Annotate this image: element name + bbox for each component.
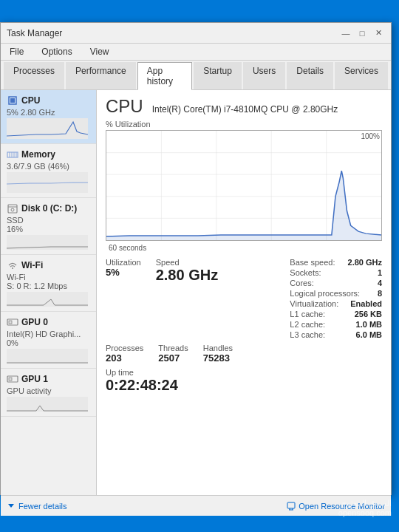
close-button[interactable]: ✕ bbox=[372, 27, 385, 39]
tab-services[interactable]: Services bbox=[335, 62, 388, 89]
tab-details[interactable]: Details bbox=[287, 62, 333, 89]
cpu-content-pane: CPU Intel(R) Core(TM) i7-4810MQ CPU @ 2.… bbox=[97, 90, 391, 495]
threads-value: 2507 bbox=[158, 352, 188, 364]
uptime-value: 0:22:48:24 bbox=[106, 377, 382, 394]
stat-basespeed: Base speed: 2.80 GHz bbox=[290, 258, 382, 267]
gpu1-icon bbox=[7, 373, 18, 385]
cpu-panel-title: CPU bbox=[106, 96, 143, 117]
sidebar: CPU 5% 2.80 GHz Memory bbox=[1, 90, 97, 495]
cpu-mini-graph bbox=[7, 118, 88, 139]
svg-rect-18 bbox=[9, 378, 12, 381]
graph-time: 60 seconds bbox=[106, 244, 382, 252]
gpu0-mini-graph bbox=[7, 349, 88, 364]
svg-rect-13 bbox=[7, 292, 88, 307]
gpu1-mini-graph bbox=[7, 397, 88, 412]
monitor-icon bbox=[287, 502, 296, 511]
svg-point-10 bbox=[11, 208, 14, 211]
wifi-sub2: S: 0 R: 1.2 Mbps bbox=[7, 282, 90, 290]
stat-l1: L1 cache: 256 KB bbox=[290, 310, 382, 318]
svg-rect-30 bbox=[287, 502, 295, 508]
menu-view[interactable]: View bbox=[84, 45, 115, 58]
menu-options[interactable]: Options bbox=[35, 45, 78, 58]
utilization-stat-label: Utilization bbox=[106, 258, 141, 267]
gpu1-sub2: GPU activity bbox=[7, 386, 90, 395]
disk0-sub2: 16% bbox=[7, 225, 90, 233]
gpu0-sub2: 0% bbox=[7, 338, 90, 347]
cpu-model: Intel(R) Core(TM) i7-4810MQ CPU @ 2.80GH… bbox=[152, 104, 338, 115]
stat-threads: Threads 2507 bbox=[158, 344, 188, 364]
speed-stat-label: Speed bbox=[156, 258, 218, 267]
window-controls: — □ ✕ bbox=[339, 27, 385, 39]
stat-utilization: Utilization 5% bbox=[106, 258, 141, 339]
bottom-bar: Fewer details Open Resource Monitor bbox=[1, 495, 391, 516]
handles-label: Handles bbox=[203, 344, 233, 352]
svg-rect-15 bbox=[9, 321, 12, 324]
svg-rect-16 bbox=[7, 349, 88, 364]
svg-rect-1 bbox=[10, 98, 15, 103]
stat-handles: Handles 75283 bbox=[203, 344, 233, 364]
gpu1-label: GPU 1 bbox=[21, 374, 48, 384]
threads-label: Threads bbox=[158, 344, 188, 352]
sidebar-item-cpu[interactable]: CPU 5% 2.80 GHz bbox=[1, 90, 96, 144]
svg-marker-28 bbox=[106, 171, 381, 240]
svg-marker-29 bbox=[8, 504, 14, 508]
main-content: CPU 5% 2.80 GHz Memory bbox=[1, 90, 391, 495]
utilization-stat-value: 5% bbox=[106, 267, 141, 278]
graph-percent: 100% bbox=[361, 132, 380, 140]
cpu-graph: 100% bbox=[106, 130, 382, 241]
wifi-sub1: Wi-Fi bbox=[7, 273, 90, 282]
uptime-label: Up time bbox=[106, 368, 382, 377]
cpu-graph-svg bbox=[106, 131, 381, 240]
tab-processes[interactable]: Processes bbox=[4, 62, 64, 89]
wifi-label: Wi-Fi bbox=[21, 260, 43, 270]
window-title: Task Manager bbox=[7, 28, 62, 38]
right-stats: Base speed: 2.80 GHz Sockets: 1 Cores: 4… bbox=[290, 258, 382, 339]
cpu-header: CPU Intel(R) Core(TM) i7-4810MQ CPU @ 2.… bbox=[106, 96, 382, 117]
stat-cores: Cores: 4 bbox=[290, 279, 382, 287]
tab-users[interactable]: Users bbox=[243, 62, 285, 89]
title-bar: Task Manager — □ ✕ bbox=[1, 23, 391, 44]
minimize-button[interactable]: — bbox=[339, 27, 352, 39]
tab-app-history[interactable]: App history bbox=[137, 62, 193, 90]
fewer-details-container: Fewer details bbox=[7, 502, 66, 511]
handles-value: 75283 bbox=[203, 352, 233, 364]
stat-speed: Speed 2.80 GHz bbox=[156, 258, 218, 339]
sidebar-item-memory[interactable]: Memory 3.6/7.9 GB (46%) bbox=[1, 144, 96, 198]
memory-icon bbox=[7, 149, 18, 160]
wifi-icon bbox=[7, 259, 18, 271]
memory-label: Memory bbox=[21, 149, 55, 160]
activate-windows: Activate WindowsGo to Settings to... bbox=[279, 479, 340, 495]
wifi-mini-graph bbox=[7, 292, 88, 307]
sidebar-item-disk0[interactable]: Disk 0 (C: D:) SSD 16% bbox=[1, 198, 96, 255]
cpu-icon bbox=[7, 95, 18, 106]
menu-bar: File Options View bbox=[1, 44, 391, 61]
gpu0-sub1: Intel(R) HD Graphi... bbox=[7, 330, 90, 338]
sidebar-item-wifi[interactable]: Wi-Fi Wi-Fi S: 0 R: 1.2 Mbps bbox=[1, 255, 96, 312]
disk0-mini-graph bbox=[7, 235, 88, 250]
sidebar-item-gpu0[interactable]: GPU 0 Intel(R) HD Graphi... 0% bbox=[1, 312, 96, 369]
stat-l3: L3 cache: 6.0 MB bbox=[290, 330, 382, 339]
cpu-sub: 5% 2.80 GHz bbox=[7, 108, 90, 117]
tab-performance[interactable]: Performance bbox=[66, 62, 136, 89]
utilization-label: % Utilization bbox=[106, 120, 382, 129]
stat-sockets: Sockets: 1 bbox=[290, 268, 382, 277]
tab-startup[interactable]: Startup bbox=[194, 62, 242, 89]
maximize-button[interactable]: □ bbox=[355, 27, 369, 39]
disk0-sub1: SSD bbox=[7, 216, 90, 225]
processes-value: 203 bbox=[106, 352, 143, 364]
memory-sub: 3.6/7.9 GB (46%) bbox=[7, 162, 90, 171]
disk-icon bbox=[7, 202, 18, 214]
stat-uptime: Up time 0:22:48:24 bbox=[106, 368, 382, 394]
cpu-label: CPU bbox=[21, 95, 40, 106]
fewer-details-icon bbox=[7, 502, 16, 511]
sidebar-item-gpu1[interactable]: GPU 1 GPU activity bbox=[1, 369, 96, 417]
fewer-details-link[interactable]: Fewer details bbox=[18, 502, 66, 511]
gpu0-label: GPU 0 bbox=[21, 317, 48, 327]
processes-label: Processes bbox=[106, 344, 143, 352]
menu-file[interactable]: File bbox=[4, 45, 30, 58]
stat-processes: Processes 203 bbox=[106, 344, 143, 364]
memory-mini-graph bbox=[7, 172, 88, 193]
svg-rect-19 bbox=[7, 397, 88, 412]
tabs-bar: Processes Performance App history Startu… bbox=[1, 61, 391, 90]
stat-logical: Logical processors: 8 bbox=[290, 289, 382, 298]
